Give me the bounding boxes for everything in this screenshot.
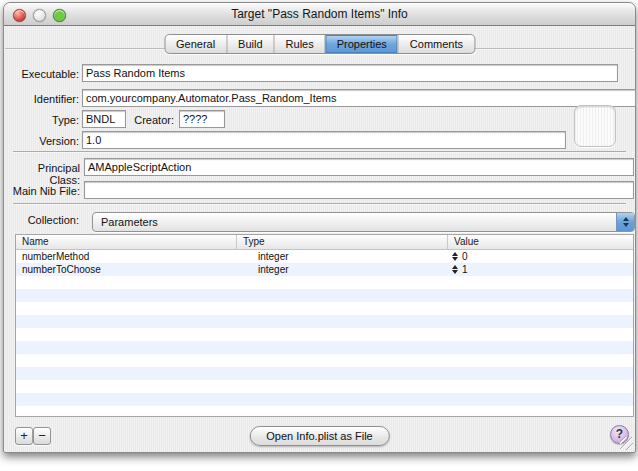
info-tabs: GeneralBuildRulesPropertiesComments: [164, 34, 475, 54]
value-text: 0: [462, 250, 468, 263]
column-header-type[interactable]: Type: [237, 235, 448, 249]
add-parameter-button[interactable]: +: [15, 427, 33, 445]
table-filler-row: [16, 289, 633, 302]
table-header: Name Type Value: [16, 235, 633, 250]
divider-line: [13, 151, 626, 152]
value-stepper-icon[interactable]: [452, 252, 458, 261]
parameters-table: Name Type Value numberMethodinteger0numb…: [15, 234, 634, 417]
cell-type[interactable]: integer: [237, 263, 448, 276]
resize-grip[interactable]: [620, 437, 633, 450]
column-header-name[interactable]: Name: [16, 235, 237, 249]
table-filler-row: [16, 328, 633, 341]
table-body: numberMethodinteger0numberToChooseintege…: [16, 250, 633, 417]
principal-class-label: Principal Class:: [6, 162, 80, 186]
window-title: Target "Pass Random Items" Info: [4, 7, 635, 21]
type-label: Type:: [9, 114, 79, 126]
table-filler-row: [16, 276, 633, 289]
creator-label: Creator:: [124, 114, 174, 126]
type-field[interactable]: [82, 110, 126, 128]
cell-type[interactable]: integer: [237, 250, 448, 263]
icon-well[interactable]: [574, 105, 616, 147]
version-label: Version:: [9, 135, 79, 147]
table-filler-row: [16, 380, 633, 393]
table-filler-row: [16, 341, 633, 354]
executable-field[interactable]: [82, 64, 618, 82]
tab-general[interactable]: General: [165, 35, 227, 53]
target-info-window: Target "Pass Random Items" Info GeneralB…: [3, 2, 636, 453]
popup-arrows-icon: [616, 213, 634, 231]
cell-name[interactable]: numberMethod: [16, 250, 237, 263]
table-filler-row: [16, 354, 633, 367]
table-filler-row: [16, 315, 633, 328]
tab-rules[interactable]: Rules: [275, 35, 326, 53]
creator-field[interactable]: [179, 110, 225, 128]
table-filler-row: [16, 302, 633, 315]
table-filler-row: [16, 406, 633, 417]
titlebar[interactable]: Target "Pass Random Items" Info: [4, 3, 635, 26]
table-filler-row: [16, 367, 633, 380]
screenshot-canvas: Target "Pass Random Items" Info GeneralB…: [0, 0, 638, 471]
collection-popup[interactable]: Parameters: [92, 212, 635, 232]
executable-label: Executable:: [9, 68, 79, 80]
cell-name[interactable]: numberToChoose: [16, 263, 237, 276]
value-text: 1: [462, 263, 468, 276]
remove-parameter-button[interactable]: −: [33, 427, 51, 445]
table-row[interactable]: numberMethodinteger0: [16, 250, 633, 263]
table-filler-row: [16, 393, 633, 406]
identifier-label: Identifier:: [9, 93, 79, 105]
tab-comments[interactable]: Comments: [399, 35, 474, 53]
open-info-plist-button[interactable]: Open Info.plist as File: [249, 426, 389, 446]
column-header-value[interactable]: Value: [448, 235, 633, 249]
value-stepper-icon[interactable]: [452, 265, 458, 274]
main-nib-file-label: Main Nib File:: [6, 185, 80, 197]
table-row[interactable]: numberToChooseinteger1: [16, 263, 633, 276]
tab-properties[interactable]: Properties: [326, 35, 399, 53]
cell-value[interactable]: 1: [448, 263, 633, 276]
collection-popup-value: Parameters: [93, 216, 616, 228]
version-field[interactable]: [82, 131, 566, 149]
collection-label: Collection:: [9, 214, 79, 226]
tab-build[interactable]: Build: [227, 35, 274, 53]
identifier-field[interactable]: [82, 89, 636, 107]
cell-value[interactable]: 0: [448, 250, 633, 263]
principal-class-field[interactable]: [84, 158, 634, 176]
divider-line: [13, 203, 626, 204]
main-nib-file-field[interactable]: [84, 181, 634, 199]
